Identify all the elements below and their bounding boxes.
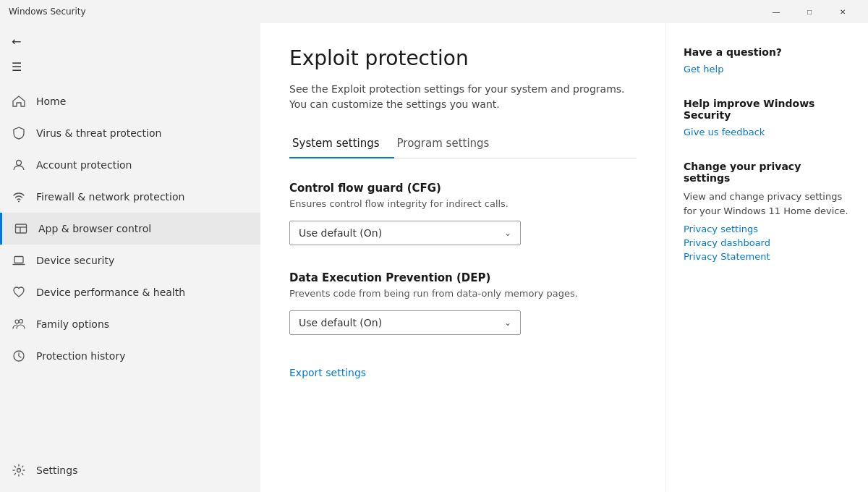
svg-rect-2	[16, 224, 27, 233]
person-icon	[12, 158, 26, 172]
app-body: ← ☰ Home Virus	[0, 23, 868, 492]
sidebar-item-virus[interactable]: Virus & threat protection	[0, 117, 260, 149]
wifi-icon	[12, 190, 26, 204]
sidebar-item-account[interactable]: Account protection	[0, 149, 260, 181]
svg-point-9	[17, 469, 21, 472]
maximize-button[interactable]: □	[793, 0, 826, 23]
privacy-settings-link[interactable]: Privacy settings	[684, 224, 851, 234]
panel-question: Have a question? Get help	[684, 46, 851, 75]
svg-rect-5	[14, 257, 23, 263]
window-controls: — □ ✕	[760, 0, 859, 23]
sidebar-nav: Home Virus & threat protection	[0, 85, 260, 372]
page-title: Exploit protection	[289, 46, 637, 70]
shield-icon	[12, 126, 26, 140]
gear-icon	[12, 463, 26, 478]
firewall-label: Firewall & network protection	[36, 191, 184, 203]
svg-point-7	[20, 320, 23, 323]
tab-system-settings[interactable]: System settings	[289, 130, 394, 158]
panel-improve: Help improve Windows Security Give us fe…	[684, 98, 851, 137]
sidebar-item-family[interactable]: Family options	[0, 308, 260, 340]
panel-privacy: Change your privacy settings View and ch…	[684, 161, 851, 262]
laptop-icon	[12, 253, 26, 268]
settings-label: Settings	[36, 465, 77, 476]
tabs: System settings Program settings	[289, 130, 637, 158]
dep-setting: Data Execution Prevention (DEP) Prevents…	[289, 271, 637, 335]
cfg-desc: Ensures control flow integrity for indir…	[289, 198, 637, 211]
sidebar-item-app-browser[interactable]: App & browser control	[0, 213, 260, 245]
account-label: Account protection	[36, 159, 132, 171]
titlebar: Windows Security — □ ✕	[0, 0, 868, 23]
virus-label: Virus & threat protection	[36, 127, 161, 139]
sidebar-item-device-security[interactable]: Device security	[0, 245, 260, 276]
sidebar-bottom: Settings	[0, 454, 260, 492]
sidebar-item-device-health[interactable]: Device performance & health	[0, 276, 260, 308]
back-button[interactable]: ←	[0, 29, 260, 54]
dep-dropdown[interactable]: Use default (On) ⌄	[289, 310, 521, 335]
sidebar: ← ☰ Home Virus	[0, 23, 260, 492]
protection-history-label: Protection history	[36, 350, 125, 362]
get-help-link[interactable]: Get help	[684, 64, 851, 75]
minimize-button[interactable]: —	[760, 0, 793, 23]
privacy-dashboard-link[interactable]: Privacy dashboard	[684, 237, 851, 248]
cfg-setting: Control flow guard (CFG) Ensures control…	[289, 182, 637, 245]
privacy-title: Change your privacy settings	[684, 161, 851, 184]
sidebar-item-settings[interactable]: Settings	[0, 454, 260, 486]
svg-point-0	[17, 161, 22, 166]
home-label: Home	[36, 96, 66, 107]
improve-title: Help improve Windows Security	[684, 98, 851, 121]
chevron-down-icon-2: ⌄	[504, 318, 511, 328]
sidebar-item-firewall[interactable]: Firewall & network protection	[0, 181, 260, 213]
device-security-label: Device security	[36, 255, 114, 266]
device-health-label: Device performance & health	[36, 287, 185, 298]
clock-icon	[12, 349, 26, 363]
privacy-statement-link[interactable]: Privacy Statement	[684, 251, 851, 262]
window-icon	[14, 221, 28, 236]
app-title: Windows Security	[9, 7, 760, 17]
dep-dropdown-value: Use default (On)	[299, 317, 382, 328]
home-icon	[12, 94, 26, 109]
page-desc: See the Exploit protection settings for …	[289, 82, 637, 112]
cfg-dropdown-value: Use default (On)	[299, 227, 382, 239]
right-panel: Have a question? Get help Help improve W…	[665, 23, 868, 492]
dep-title: Data Execution Prevention (DEP)	[289, 271, 637, 284]
chevron-down-icon: ⌄	[504, 228, 511, 238]
dep-desc: Prevents code from being run from data-o…	[289, 287, 637, 300]
question-title: Have a question?	[684, 46, 851, 58]
privacy-desc: View and change privacy settings for you…	[684, 190, 851, 218]
sidebar-item-protection-history[interactable]: Protection history	[0, 340, 260, 372]
cfg-title: Control flow guard (CFG)	[289, 182, 637, 195]
people-icon	[12, 317, 26, 331]
app-browser-label: App & browser control	[38, 223, 151, 234]
sidebar-item-home[interactable]: Home	[0, 85, 260, 117]
cfg-dropdown[interactable]: Use default (On) ⌄	[289, 221, 521, 245]
svg-point-6	[15, 320, 19, 323]
feedback-link[interactable]: Give us feedback	[684, 127, 851, 137]
main-content: Exploit protection See the Exploit prote…	[260, 23, 665, 492]
hamburger-icon: ☰	[12, 60, 22, 74]
heart-icon	[12, 285, 26, 300]
export-settings-link[interactable]: Export settings	[289, 367, 366, 378]
tab-program-settings[interactable]: Program settings	[394, 130, 504, 158]
close-button[interactable]: ✕	[826, 0, 859, 23]
svg-point-1	[18, 201, 20, 203]
back-icon: ←	[12, 35, 21, 48]
menu-toggle[interactable]: ☰	[0, 54, 260, 80]
family-label: Family options	[36, 318, 109, 330]
